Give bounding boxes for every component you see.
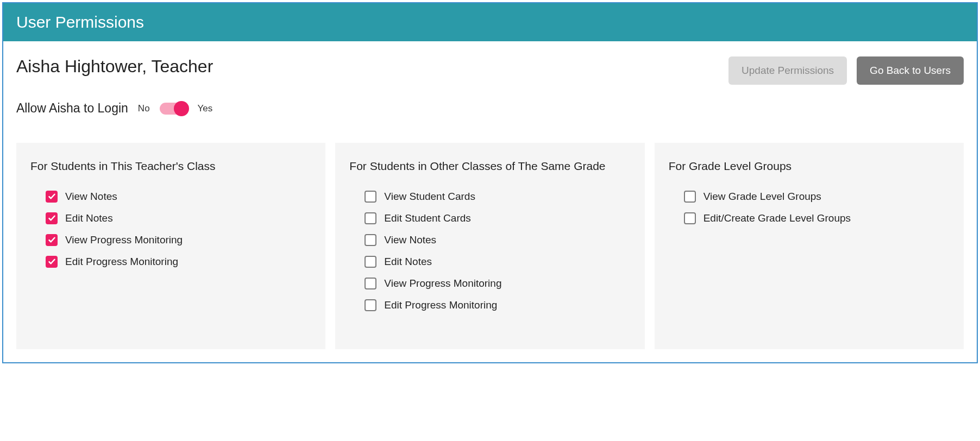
check-icon — [48, 214, 56, 222]
checkbox-label: Edit Notes — [65, 212, 113, 224]
top-row: Aisha Hightower, Teacher Update Permissi… — [16, 56, 964, 85]
checkbox-item: View Notes — [365, 234, 630, 246]
checkbox-item: View Progress Monitoring — [46, 234, 311, 246]
panel-title-own-class: For Students in This Teacher's Class — [30, 157, 311, 175]
panel-title-other-classes: For Students in Other Classes of The Sam… — [349, 157, 630, 175]
checkbox-label: Edit Progress Monitoring — [384, 299, 497, 311]
checkbox[interactable] — [46, 212, 58, 224]
checkbox[interactable] — [365, 299, 376, 311]
login-toggle-row: Allow Aisha to Login No Yes — [16, 101, 964, 116]
checkbox-label: View Grade Level Groups — [703, 191, 821, 203]
action-buttons: Update Permissions Go Back to Users — [728, 56, 964, 85]
checkbox-item: Edit Notes — [365, 256, 630, 268]
checkbox-label: Edit Student Cards — [384, 212, 470, 224]
panel-grade-groups: For Grade Level Groups View Grade Level … — [655, 143, 964, 349]
checkbox-label: View Notes — [384, 234, 436, 246]
checkbox-item: Edit/Create Grade Level Groups — [684, 212, 950, 224]
checkbox-list-other-classes: View Student CardsEdit Student CardsView… — [349, 191, 630, 311]
content-area: Aisha Hightower, Teacher Update Permissi… — [3, 41, 977, 362]
header-bar: User Permissions — [3, 3, 977, 41]
checkbox-item: Edit Progress Monitoring — [46, 256, 311, 268]
login-toggle[interactable] — [160, 103, 188, 115]
toggle-yes-label: Yes — [198, 103, 213, 114]
permissions-container: User Permissions Aisha Hightower, Teache… — [2, 2, 978, 363]
checkbox-item: View Progress Monitoring — [365, 278, 630, 289]
page-title: User Permissions — [16, 13, 964, 32]
check-icon — [48, 192, 56, 200]
checkbox[interactable] — [684, 212, 696, 224]
checkbox[interactable] — [46, 256, 58, 268]
checkbox-label: View Student Cards — [384, 191, 475, 203]
checkbox[interactable] — [365, 278, 376, 289]
login-label: Allow Aisha to Login — [16, 101, 128, 116]
checkbox-item: Edit Notes — [46, 212, 311, 224]
checkbox-label: Edit/Create Grade Level Groups — [703, 212, 851, 224]
panel-title-grade-groups: For Grade Level Groups — [669, 157, 950, 175]
toggle-no-label: No — [138, 103, 150, 114]
checkbox-item: View Grade Level Groups — [684, 191, 950, 203]
checkbox[interactable] — [46, 234, 58, 246]
update-permissions-button[interactable]: Update Permissions — [728, 56, 847, 85]
checkbox-list-grade-groups: View Grade Level GroupsEdit/Create Grade… — [669, 191, 950, 224]
checkbox-label: Edit Progress Monitoring — [65, 256, 178, 268]
checkbox[interactable] — [365, 212, 376, 224]
checkbox-label: View Notes — [65, 191, 117, 203]
checkbox-label: View Progress Monitoring — [384, 278, 501, 289]
checkbox-item: View Notes — [46, 191, 311, 203]
checkbox-list-own-class: View NotesEdit NotesView Progress Monito… — [30, 191, 311, 268]
checkbox-item: View Student Cards — [365, 191, 630, 203]
checkbox[interactable] — [365, 234, 376, 246]
panel-other-classes: For Students in Other Classes of The Sam… — [335, 143, 644, 349]
checkbox[interactable] — [46, 191, 58, 203]
checkbox-item: Edit Progress Monitoring — [365, 299, 630, 311]
checkbox[interactable] — [365, 191, 376, 203]
checkbox-label: View Progress Monitoring — [65, 234, 183, 246]
check-icon — [48, 236, 56, 244]
user-display-name: Aisha Hightower, Teacher — [16, 56, 213, 77]
checkbox-label: Edit Notes — [384, 256, 432, 268]
go-back-button[interactable]: Go Back to Users — [857, 56, 964, 85]
check-icon — [48, 257, 56, 266]
permission-panels: For Students in This Teacher's Class Vie… — [16, 143, 964, 349]
checkbox[interactable] — [365, 256, 376, 268]
checkbox[interactable] — [684, 191, 696, 203]
checkbox-item: Edit Student Cards — [365, 212, 630, 224]
panel-own-class: For Students in This Teacher's Class Vie… — [16, 143, 325, 349]
toggle-knob — [174, 101, 189, 116]
